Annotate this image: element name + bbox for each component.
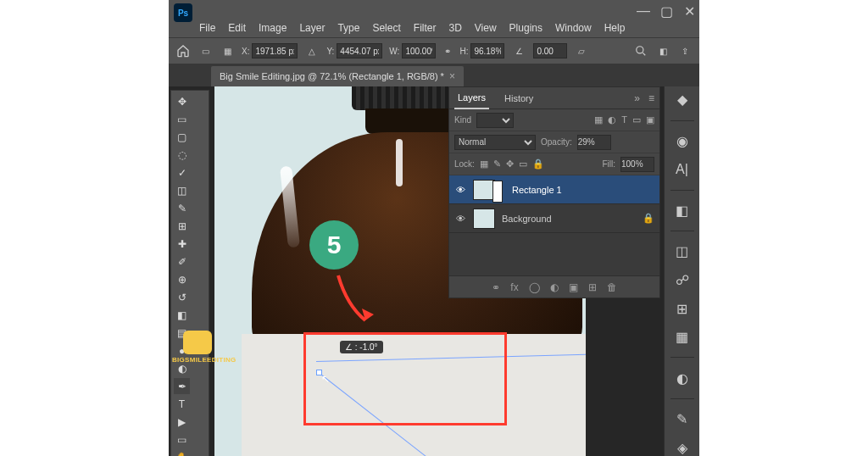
layer-rectangle-1[interactable]: 👁 Rectangle 1 bbox=[449, 175, 659, 204]
filter-pixel-icon[interactable]: ▦ bbox=[594, 114, 603, 125]
brush-tool[interactable]: ✐ bbox=[174, 253, 190, 270]
healing-tool[interactable]: ✚ bbox=[174, 236, 190, 252]
move-tool[interactable]: ✥ bbox=[174, 93, 190, 109]
path-select-tool[interactable]: ▶ bbox=[174, 414, 190, 430]
dock-swatches-icon[interactable]: ⊞ bbox=[672, 300, 693, 317]
group-icon[interactable]: ▣ bbox=[569, 281, 578, 293]
filter-kind-select[interactable] bbox=[476, 113, 514, 128]
layer-mask-icon[interactable]: ◯ bbox=[529, 281, 540, 293]
filter-adjust-icon[interactable]: ◐ bbox=[608, 114, 616, 125]
crop-tool[interactable]: ◫ bbox=[174, 182, 190, 198]
fill-field[interactable] bbox=[620, 157, 654, 172]
clone-tool[interactable]: ⊕ bbox=[174, 271, 190, 287]
reference-point-icon[interactable]: ▦ bbox=[220, 43, 235, 58]
tab-layers[interactable]: Layers bbox=[454, 87, 489, 109]
x-label: X: bbox=[242, 47, 249, 56]
home-icon[interactable] bbox=[175, 43, 191, 58]
menu-help[interactable]: Help bbox=[604, 22, 626, 34]
angle-field[interactable] bbox=[533, 43, 567, 58]
delete-layer-icon[interactable]: 🗑 bbox=[607, 281, 617, 293]
menu-select[interactable]: Select bbox=[372, 22, 400, 34]
h-field[interactable] bbox=[470, 43, 504, 58]
delta-icon[interactable]: △ bbox=[304, 43, 320, 58]
pen-tool[interactable]: ✒ bbox=[174, 378, 190, 394]
history-brush-tool[interactable]: ↺ bbox=[174, 289, 190, 305]
window-close[interactable]: ✕ bbox=[684, 3, 696, 15]
menu-bar: File Edit Image Layer Type Select Filter… bbox=[169, 19, 699, 37]
window-maximize[interactable]: ▢ bbox=[660, 3, 672, 15]
shape-tool[interactable]: ▭ bbox=[174, 431, 190, 448]
layer-style-icon[interactable]: fx bbox=[510, 281, 518, 293]
menu-layer[interactable]: Layer bbox=[299, 22, 325, 34]
dock-char-icon[interactable]: A| bbox=[672, 161, 693, 178]
y-field[interactable] bbox=[337, 43, 382, 58]
x-field[interactable] bbox=[252, 43, 298, 58]
dock-libraries-icon[interactable]: ◫ bbox=[672, 243, 693, 260]
workspace-icon[interactable]: ◧ bbox=[655, 43, 670, 58]
dock-properties-icon[interactable]: ◧ bbox=[672, 203, 693, 220]
type-tool[interactable]: T bbox=[174, 396, 190, 412]
menu-file[interactable]: File bbox=[199, 22, 215, 34]
search-icon[interactable] bbox=[633, 43, 648, 58]
artboard-tool[interactable]: ▭ bbox=[174, 111, 190, 127]
dock-color-icon[interactable]: ◉ bbox=[672, 132, 693, 149]
frame-tool[interactable]: ⊞ bbox=[174, 218, 190, 234]
w-field[interactable] bbox=[402, 43, 436, 58]
blend-mode-select[interactable]: Normal bbox=[454, 135, 536, 150]
lock-artboard-icon[interactable]: ▭ bbox=[519, 158, 527, 170]
visibility-toggle[interactable]: 👁 bbox=[454, 185, 466, 195]
panel-collapse-icon[interactable]: » bbox=[634, 92, 640, 104]
tab-history[interactable]: History bbox=[501, 87, 537, 109]
lock-icon[interactable]: 🔒 bbox=[643, 213, 654, 224]
y-label: Y: bbox=[326, 47, 334, 56]
menu-filter[interactable]: Filter bbox=[414, 22, 437, 34]
eraser-tool[interactable]: ◧ bbox=[174, 307, 190, 323]
transform-icon[interactable]: ▭ bbox=[198, 43, 213, 58]
adjustment-layer-icon[interactable]: ◐ bbox=[550, 281, 559, 293]
dock-brushes-icon[interactable]: ✎ bbox=[672, 411, 693, 428]
dock-layers-icon[interactable]: ◆ bbox=[672, 92, 693, 108]
dock-adjustments-icon[interactable]: ◐ bbox=[672, 370, 693, 386]
visibility-toggle[interactable]: 👁 bbox=[454, 214, 466, 224]
new-layer-icon[interactable]: ⊞ bbox=[588, 281, 597, 293]
layer-name[interactable]: Rectangle 1 bbox=[512, 185, 562, 195]
lock-all-icon[interactable]: 🔒 bbox=[532, 158, 544, 170]
eyedropper-tool[interactable]: ✎ bbox=[174, 200, 190, 216]
marquee-tool[interactable]: ▢ bbox=[174, 129, 190, 145]
link-icon[interactable]: ⚭ bbox=[442, 43, 453, 58]
menu-3d[interactable]: 3D bbox=[448, 22, 461, 34]
menu-view[interactable]: View bbox=[475, 22, 497, 34]
lock-transparency-icon[interactable]: ▦ bbox=[480, 158, 488, 170]
dock-grid-icon[interactable]: ▦ bbox=[672, 329, 693, 346]
share-icon[interactable]: ⇪ bbox=[677, 43, 693, 58]
layer-thumbnail[interactable] bbox=[473, 180, 495, 200]
lock-position-icon[interactable]: ✥ bbox=[506, 158, 514, 170]
lasso-tool[interactable]: ◌ bbox=[174, 147, 190, 163]
close-tab-icon[interactable]: × bbox=[449, 70, 455, 82]
opacity-field[interactable] bbox=[577, 135, 611, 150]
hand-tool[interactable]: ✋ bbox=[174, 449, 190, 456]
panel-menu-icon[interactable]: ≡ bbox=[648, 92, 654, 104]
right-dock: ◆ ◉ A| ◧ ◫ ☍ ⊞ ▦ ◐ ✎ ◈ bbox=[664, 86, 699, 456]
layer-background[interactable]: 👁 Background 🔒 bbox=[449, 204, 659, 233]
quick-select-tool[interactable]: ✓ bbox=[174, 164, 190, 181]
skew-icon[interactable]: ▱ bbox=[574, 43, 589, 58]
lock-label: Lock: bbox=[454, 159, 475, 169]
link-layers-icon[interactable]: ⚭ bbox=[492, 281, 500, 293]
menu-type[interactable]: Type bbox=[337, 22, 359, 34]
filter-smart-icon[interactable]: ▣ bbox=[646, 114, 654, 125]
filter-type-icon[interactable]: T bbox=[621, 114, 627, 125]
toolbox: ✥ ▭ ▢ ◌ ✓ ◫ ✎ ⊞ ✚ ✐ ⊕ ↺ ◧ ▤ ● ◐ ✒ T ▶ ▭ … bbox=[170, 90, 209, 456]
window-minimize[interactable]: — bbox=[637, 3, 648, 15]
layer-name[interactable]: Background bbox=[502, 214, 552, 224]
lock-pixels-icon[interactable]: ✎ bbox=[493, 158, 501, 170]
layer-thumbnail[interactable] bbox=[473, 209, 495, 229]
filter-shape-icon[interactable]: ▭ bbox=[632, 114, 641, 125]
document-tab[interactable]: Big Smile Editing.jpg @ 72.1% (Rectangle… bbox=[211, 66, 464, 86]
menu-plugins[interactable]: Plugins bbox=[509, 22, 542, 34]
dock-paths-icon[interactable]: ☍ bbox=[672, 272, 693, 289]
menu-window[interactable]: Window bbox=[555, 22, 592, 34]
menu-edit[interactable]: Edit bbox=[228, 22, 246, 34]
dock-styles-icon[interactable]: ◈ bbox=[672, 439, 693, 456]
menu-image[interactable]: Image bbox=[259, 22, 287, 34]
